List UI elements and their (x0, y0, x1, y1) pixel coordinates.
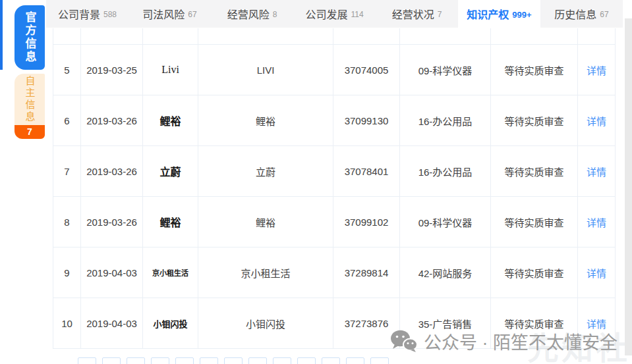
tab-label: 历史信息 (554, 6, 596, 22)
tab-count: 114 (351, 10, 363, 19)
cell-name: 鲤裕 (198, 197, 333, 247)
cell-empty (53, 28, 81, 44)
table-row: 102019-04-03小钼闪投小钼闪投3727387635-广告销售等待实质审… (53, 298, 616, 349)
table-row: 82019-03-26鲤裕鲤裕3709910209-科学仪器等待实质审查详情 (53, 197, 616, 247)
cell-no: 7 (53, 146, 81, 196)
cell-tm_image: 鲤裕 (143, 95, 198, 145)
page-button[interactable] (370, 357, 389, 364)
cell-date: 2019-03-26 (81, 95, 143, 145)
cell-category: 16-办公用品 (400, 95, 491, 145)
page-button[interactable] (224, 357, 243, 364)
cell-name: 京小租生活 (198, 247, 333, 298)
cell-no: 8 (53, 197, 81, 247)
cell-name: LIVI (198, 45, 333, 95)
cell-empty (143, 28, 198, 44)
header-tab-6[interactable]: 历史信息67 (540, 0, 623, 28)
header-tab-3[interactable]: 公司发展114 (293, 0, 376, 28)
cell-empty (198, 28, 333, 44)
tab-label: 公司发展 (305, 6, 347, 22)
right-gutter (625, 18, 632, 355)
cell-status: 等待实质审查 (491, 247, 578, 298)
cell-status: 等待实质审查 (491, 45, 578, 95)
cell-tm_image: Livi (143, 45, 198, 95)
cell-tm_image: 鲤裕 (143, 197, 198, 247)
cell-empty (333, 28, 400, 44)
table-row: 62019-03-26鲤裕鲤裕3709913016-办公用品等待实质审查详情 (53, 95, 616, 146)
trademark-table: 52019-03-25LiviLIVI3707400509-科学仪器等待实质审查… (53, 28, 616, 349)
tab-label: 经营风险 (227, 6, 270, 22)
table-row: 52019-03-25LiviLIVI3707400509-科学仪器等待实质审查… (53, 45, 616, 95)
tab-label: 司法风险 (142, 6, 185, 22)
page-button[interactable] (151, 357, 169, 364)
header-tab-5[interactable]: 知识产权999+ (458, 0, 540, 28)
page-button[interactable] (248, 357, 267, 364)
detail-cell: 详情 (578, 95, 616, 145)
cell-tm_image: 京小租生活 (143, 247, 198, 298)
cell-reg_no: 37074005 (333, 45, 400, 95)
cell-category: 16-办公用品 (400, 146, 491, 196)
page-button[interactable] (322, 357, 340, 364)
cell-reg_no: 37078401 (333, 146, 400, 196)
cell-reg_no: 37099130 (333, 95, 400, 145)
page-button[interactable] (200, 357, 218, 364)
page-button[interactable] (127, 357, 145, 364)
detail-link[interactable]: 详情 (587, 317, 606, 330)
cell-status: 等待实质审查 (491, 197, 578, 247)
detail-link[interactable]: 详情 (587, 165, 606, 178)
page-button[interactable] (346, 357, 364, 364)
page-button[interactable] (297, 357, 316, 364)
cell-category: 09-科学仪器 (400, 45, 491, 95)
tab-count: 7 (438, 10, 442, 19)
tab-label: 经营状况 (392, 6, 434, 22)
cell-no: 10 (53, 298, 81, 348)
table-row-partial (53, 28, 616, 45)
cell-reg_no: 37273876 (333, 298, 400, 348)
detail-cell: 详情 (578, 146, 616, 196)
header-tab-1[interactable]: 司法风险67 (129, 0, 211, 28)
detail-cell: 详情 (578, 298, 616, 348)
tab-label: 知识产权 (467, 6, 509, 22)
cell-category: 35-广告销售 (400, 298, 491, 348)
side-tab-official-info[interactable]: 官方信息 (14, 5, 45, 70)
tab-count: 999+ (512, 10, 531, 20)
cell-empty (491, 28, 578, 44)
cell-name: 立蔚 (198, 146, 333, 196)
cell-date: 2019-03-26 (81, 146, 143, 196)
cell-date: 2019-03-25 (81, 45, 143, 95)
page-button[interactable] (273, 357, 291, 364)
cell-no: 6 (53, 95, 81, 145)
cell-status: 等待实质审查 (491, 95, 578, 145)
table-row: 72019-03-26立蔚立蔚3707840116-办公用品等待实质审查详情 (53, 146, 616, 197)
tab-count: 67 (188, 10, 196, 19)
cell-category: 09-科学仪器 (400, 197, 491, 247)
side-tab-self-info[interactable]: 自主信息 (14, 74, 45, 125)
header-tab-0[interactable]: 公司背景588 (46, 0, 129, 28)
detail-link[interactable]: 详情 (587, 114, 606, 128)
cell-tm_image: 立蔚 (143, 146, 198, 196)
page-button[interactable] (102, 357, 121, 364)
detail-link[interactable]: 详情 (587, 266, 606, 280)
cell-reg_no: 37289814 (333, 247, 400, 298)
cell-status: 等待实质审查 (491, 146, 578, 196)
page-button[interactable] (175, 357, 194, 364)
cell-status: 等待实质审查 (491, 298, 578, 348)
detail-link[interactable]: 详情 (587, 63, 606, 77)
detail-cell: 详情 (578, 197, 616, 247)
page-button[interactable] (78, 357, 96, 364)
tab-count: 67 (600, 10, 608, 19)
cell-no: 9 (53, 247, 81, 298)
detail-link[interactable]: 详情 (587, 215, 606, 229)
cell-no: 5 (53, 45, 81, 95)
cell-empty (400, 28, 491, 44)
pagination (78, 357, 389, 364)
cell-reg_no: 37099102 (333, 197, 400, 247)
self-info-count-badge[interactable]: 7 (14, 125, 45, 139)
left-edge-accent (0, 0, 3, 70)
header-tab-bar: 公司背景588司法风险67经营风险8公司发展114经营状况7知识产权999+历史… (46, 0, 623, 28)
tab-count: 588 (103, 10, 117, 19)
header-tab-2[interactable]: 经营风险8 (211, 0, 293, 28)
cell-tm_image: 小钼闪投 (143, 298, 198, 348)
header-tab-4[interactable]: 经营状况7 (376, 0, 458, 28)
tab-count: 8 (273, 10, 277, 19)
cell-date: 2019-04-03 (81, 247, 143, 298)
